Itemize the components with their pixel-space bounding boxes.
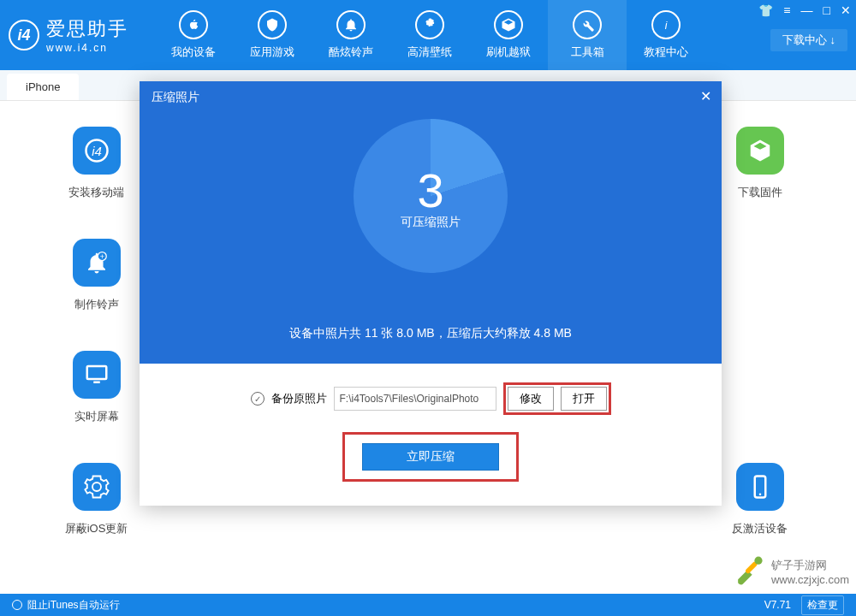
svg-text:+: + [99,252,104,261]
maximize-icon[interactable]: □ [823,3,830,17]
app-title: 爱思助手 [46,16,128,42]
flower-icon [415,10,444,39]
modify-button[interactable]: 修改 [508,387,554,411]
nav-bar: 我的设备 应用游戏 酷炫铃声 高清壁纸 刷机越狱 工具箱 i 教程中心 [154,0,705,70]
backup-label: 备份原照片 [271,391,327,406]
check-update-button[interactable]: 检查更 [801,595,844,615]
bell-plus-icon: + [73,239,121,287]
phone-icon [736,463,784,511]
modal-title: 压缩照片 [140,81,722,114]
appstore-icon [258,10,287,39]
nav-wallpapers[interactable]: 高清壁纸 [390,0,469,70]
svg-point-10 [754,557,762,565]
logo-icon: i4 [9,20,39,50]
version-label: V7.71 [764,599,791,611]
backup-checkbox[interactable]: ✓ [251,392,265,406]
compress-photo-modal: 压缩照片 ✕ 3 可压缩照片 设备中照片共 11 张 8.0 MB，压缩后大约释… [140,81,722,506]
apple-icon [179,10,208,39]
svg-text:i4: i4 [92,144,102,158]
shovel-icon [730,553,768,590]
logo: i4 爱思助手 www.i4.cn [9,16,128,54]
close-icon[interactable]: ✕ [841,3,851,17]
app-url: www.i4.cn [46,42,128,54]
skin-icon[interactable]: 👕 [758,3,773,17]
nav-toolbox[interactable]: 工具箱 [548,0,627,70]
backup-path-input[interactable] [334,387,496,411]
compressible-label: 可压缩照片 [401,215,461,230]
svg-point-8 [758,494,761,496]
gear-icon [73,463,121,511]
tab-iphone[interactable]: iPhone [7,74,79,100]
monitor-icon [73,351,121,399]
bell-icon [336,10,366,39]
window-controls: 👕 ≡ — □ ✕ [758,3,851,17]
box-icon [494,10,523,39]
nav-tutorials[interactable]: i 教程中心 [627,0,705,70]
highlight-box-2: 立即压缩 [342,432,519,482]
compressible-count: 3 [401,163,461,218]
download-center-button[interactable]: 下载中心 ↓ [770,29,847,51]
svg-text:i: i [665,20,668,32]
watermark: 铲子手游网 www.czjxjc.com [730,553,849,590]
compress-now-button[interactable]: 立即压缩 [362,443,499,471]
itunes-block-label[interactable]: 阻止iTunes自动运行 [27,598,120,613]
i4-icon: i4 [73,127,121,175]
compression-stats: 设备中照片共 11 张 8.0 MB，压缩后大约释放 4.8 MB [140,326,722,341]
minimize-icon[interactable]: — [801,3,813,17]
svg-rect-6 [93,382,100,384]
modal-close-button[interactable]: ✕ [700,88,711,104]
highlight-box-1: 修改 打开 [503,382,611,415]
status-indicator-icon [12,600,22,610]
svg-rect-5 [86,366,106,379]
menu-icon[interactable]: ≡ [783,3,790,17]
nav-apps[interactable]: 应用游戏 [233,0,312,70]
nav-flash[interactable]: 刷机越狱 [469,0,548,70]
cube-icon [736,127,784,175]
tools-icon [573,10,602,39]
open-button[interactable]: 打开 [561,387,607,411]
watermark-text: 铲子手游网 www.czjxjc.com [771,558,849,586]
status-bar: 阻止iTunes自动运行 V7.71 检查更 [0,594,856,616]
nav-my-device[interactable]: 我的设备 [154,0,233,70]
app-header: i4 爱思助手 www.i4.cn 我的设备 应用游戏 酷炫铃声 高清壁纸 刷机… [0,0,856,70]
progress-circle: 3 可压缩照片 [354,119,508,273]
info-icon: i [651,10,681,39]
nav-ringtones[interactable]: 酷炫铃声 [312,0,390,70]
